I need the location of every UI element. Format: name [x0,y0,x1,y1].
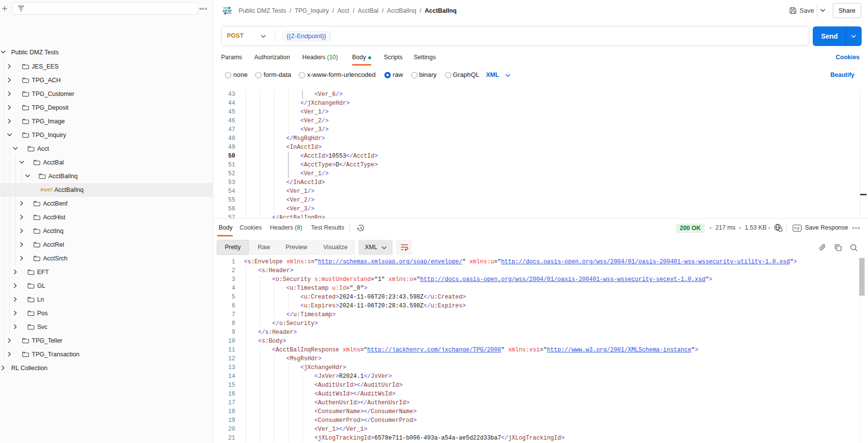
svg-text:HTTP: HTTP [223,9,232,13]
